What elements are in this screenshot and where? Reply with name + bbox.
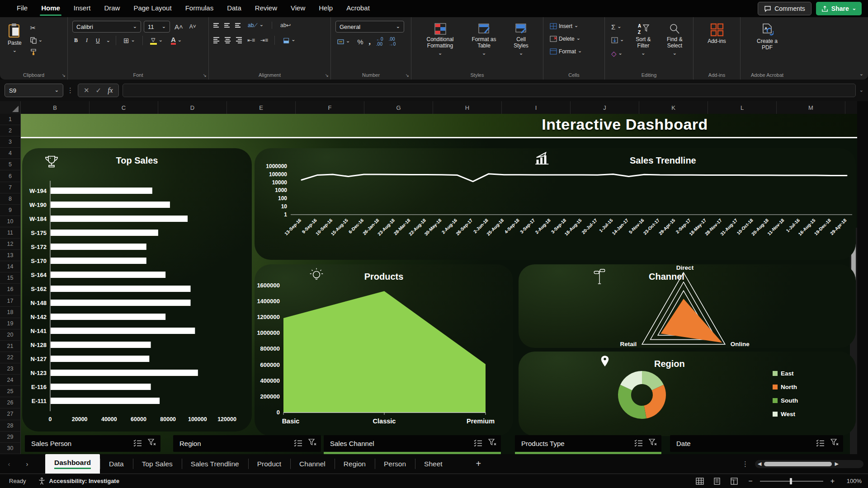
row-header-10[interactable]: 10 (0, 216, 21, 227)
row-header-7[interactable]: 7 (0, 182, 21, 193)
cut-button[interactable]: ✂ (28, 23, 44, 33)
font-name-select[interactable]: Calibri (72, 21, 141, 33)
italic-button[interactable]: I (84, 36, 90, 45)
decrease-font-size-button[interactable]: A˅ (188, 22, 198, 31)
horizontal-scrollbar-thumb[interactable] (764, 462, 832, 466)
merge-center-button[interactable]: ⬓ (281, 35, 297, 46)
tab-options-icon[interactable]: ⋮ (742, 460, 749, 468)
enter-button[interactable]: ✓ (96, 86, 102, 94)
decrease-indent-icon[interactable]: ⇤≡ (247, 37, 255, 43)
insert-function-button[interactable]: fx (108, 86, 113, 94)
share-button[interactable]: Share (816, 2, 862, 15)
accessibility-status[interactable]: Accessibility: Investigate (38, 477, 119, 485)
sheet-tab-product[interactable]: Product (248, 454, 290, 474)
multi-select-icon[interactable] (474, 439, 483, 448)
column-header-D[interactable]: D (158, 101, 227, 114)
expand-formula-bar-icon[interactable] (859, 87, 863, 94)
format-painter-button[interactable] (28, 47, 44, 57)
name-box[interactable]: S9 (5, 84, 63, 97)
row-header-20[interactable]: 20 (0, 329, 21, 341)
menu-tab-acrobat[interactable]: Acrobat (340, 0, 377, 17)
align-center-icon[interactable] (225, 37, 231, 43)
menu-tab-view[interactable]: View (284, 0, 312, 17)
row-header-28[interactable]: 28 (0, 420, 21, 432)
slicer-sales-channel[interactable]: Sales Channel (324, 435, 501, 452)
page-break-preview-icon[interactable] (727, 476, 741, 487)
row-header-4[interactable]: 4 (0, 148, 21, 159)
borders-button[interactable]: ⊞ (122, 35, 137, 46)
multi-select-icon[interactable] (634, 439, 643, 448)
comments-button[interactable]: Comments (758, 2, 811, 15)
clear-filter-icon[interactable] (649, 439, 657, 448)
zoom-out-button[interactable]: − (748, 477, 752, 485)
accounting-format-button[interactable] (335, 37, 352, 46)
format-cells-button[interactable]: Format (548, 47, 584, 56)
row-header-25[interactable]: 25 (0, 386, 21, 397)
sheet-tab-region[interactable]: Region (335, 454, 375, 474)
add-sheet-button[interactable]: + (469, 454, 489, 474)
dialog-launcher-icon[interactable]: ↘ (62, 73, 66, 78)
column-header-H[interactable]: H (433, 101, 502, 114)
row-header-27[interactable]: 27 (0, 408, 21, 420)
slicer-selected-item-strip[interactable] (324, 452, 501, 454)
clear-filter-icon[interactable] (308, 439, 316, 448)
insert-cells-button[interactable]: Insert (548, 22, 584, 31)
multi-select-icon[interactable] (816, 439, 825, 448)
zoom-slider[interactable] (760, 481, 823, 482)
trendline-chart-panel[interactable]: Sales Trendline 100000010000010000100010… (255, 148, 856, 260)
sheet-tab-dashboard[interactable]: Dashboard (45, 454, 100, 474)
create-pdf-button[interactable]: A Create a PDF (751, 21, 783, 53)
slicer-products-type[interactable]: Products Type (515, 435, 661, 452)
select-all-corner[interactable] (0, 101, 21, 114)
products-chart-panel[interactable]: Products 1600000140000012000001000000800… (255, 264, 513, 436)
row-header-21[interactable]: 21 (0, 341, 21, 352)
column-header-G[interactable]: G (364, 101, 433, 114)
fill-button[interactable] (609, 36, 626, 45)
row-header-12[interactable]: 12 (0, 239, 21, 250)
row-header-18[interactable]: 18 (0, 307, 21, 318)
slicer-sales-person[interactable]: Sales Person (25, 435, 160, 452)
next-sheet-button[interactable]: › (18, 454, 36, 474)
row-header-14[interactable]: 14 (0, 261, 21, 272)
row-header-6[interactable]: 6 (0, 170, 21, 182)
copy-button[interactable] (28, 36, 44, 45)
slicer-date[interactable]: Date (670, 435, 843, 452)
clear-filter-icon[interactable] (830, 439, 839, 448)
multi-select-icon[interactable] (294, 439, 303, 448)
font-size-select[interactable]: 11 (144, 21, 170, 33)
column-header-K[interactable]: K (639, 101, 708, 114)
increase-font-size-button[interactable]: A˄ (173, 22, 185, 32)
sort-filter-button[interactable]: AZ Sort & Filter (629, 21, 657, 59)
menu-tab-help[interactable]: Help (312, 0, 340, 17)
comma-style-button[interactable]: , (369, 37, 371, 47)
font-color-button[interactable]: A (169, 35, 184, 46)
format-as-table-button[interactable]: Format as Table (466, 21, 503, 59)
column-header-M[interactable]: M (777, 101, 845, 114)
row-header-26[interactable]: 26 (0, 397, 21, 408)
number-format-select[interactable]: General (335, 21, 404, 33)
align-top-icon[interactable] (213, 23, 219, 28)
row-header-15[interactable]: 15 (0, 272, 21, 284)
underline-button[interactable]: U (94, 36, 102, 45)
row-header-22[interactable]: 22 (0, 352, 21, 363)
row-header-19[interactable]: 19 (0, 318, 21, 329)
channel-chart-panel[interactable]: Channel DirectOnlineRetail (519, 264, 856, 348)
dialog-launcher-icon[interactable]: ↘ (406, 73, 409, 78)
sheet-tab-sheet[interactable]: Sheet (415, 454, 452, 474)
menu-tab-draw[interactable]: Draw (97, 0, 127, 17)
clear-button[interactable]: ◇ (609, 48, 626, 59)
dialog-launcher-icon[interactable]: ↘ (325, 73, 329, 78)
collapse-ribbon-icon[interactable] (859, 71, 863, 78)
menu-tab-data[interactable]: Data (220, 0, 248, 17)
row-header-13[interactable]: 13 (0, 250, 21, 261)
increase-indent-icon[interactable]: ⇥≡ (260, 37, 268, 43)
clear-filter-icon[interactable] (148, 439, 156, 448)
formula-bar-handle[interactable]: ⋮ (67, 86, 74, 94)
menu-tab-file[interactable]: File (10, 0, 34, 17)
horizontal-scrollbar[interactable]: ◀ ▶ (755, 460, 863, 468)
align-middle-icon[interactable] (224, 23, 230, 28)
sheet-tab-sales-trendline[interactable]: Sales Trendline (182, 454, 248, 474)
orientation-button[interactable]: ab⟋ (246, 21, 265, 30)
cell-styles-button[interactable]: Cell Styles (506, 21, 536, 59)
row-header-5[interactable]: 5 (0, 159, 21, 170)
